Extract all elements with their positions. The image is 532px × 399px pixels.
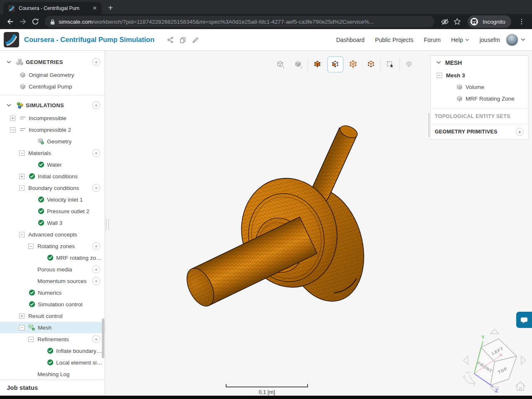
box-select-icon[interactable] (382, 57, 398, 72)
expander-plus-icon[interactable]: + (19, 313, 25, 319)
bookmark-star-icon[interactable] (451, 15, 463, 28)
tree-item-meshing-log[interactable]: Meshing Log (0, 368, 105, 379)
tree-item-materials[interactable]: −Materials+ (0, 147, 105, 159)
tree-item-incompressible-2[interactable]: −Incompressible 2 (0, 124, 105, 135)
isometric-view-icon[interactable] (273, 57, 288, 72)
scale-bar-line (226, 384, 308, 387)
tree-item-pressure-outlet-2[interactable]: Pressure outlet 2 (0, 205, 105, 217)
share-icon[interactable] (167, 36, 174, 43)
navigation-cube[interactable]: LEFT FRONT TOP Y Z (459, 325, 530, 396)
expander-minus-icon[interactable]: − (28, 337, 34, 342)
add-momentum-sources-button[interactable]: + (92, 277, 100, 285)
add-rotating-zones-button[interactable]: + (92, 242, 100, 250)
geometry-primitives-section[interactable]: GEOMETRY PRIMITIVES + (431, 124, 528, 139)
browser-menu-icon[interactable] (515, 15, 528, 28)
tree-item-original-geometry[interactable]: Original Geometry (0, 69, 105, 81)
copy-project-icon[interactable] (180, 36, 187, 43)
account-chevron-down-icon[interactable] (521, 38, 525, 41)
check-icon (47, 254, 54, 261)
reload-button[interactable] (29, 15, 42, 28)
simulation-tree-panel: GEOMETRIES+Original GeometryCentrifugal … (0, 51, 105, 396)
simscale-favicon (8, 5, 15, 12)
tree-item-incompressible[interactable]: +Incompressible (0, 112, 105, 124)
topological-entity-sets-section[interactable]: TOPOLOGICAL ENTITY SETS (431, 108, 528, 124)
tree-item-velocity-inlet-1[interactable]: Velocity inlet 1 (0, 194, 105, 205)
add-geometries-button[interactable]: + (92, 58, 100, 66)
tree-item-geometry[interactable]: Geometry (0, 135, 105, 147)
mesh-tree-item-mrf-rotating-zone[interactable]: MRF Rotating Zone (431, 93, 528, 104)
nav-jousefm[interactable]: jousefm (480, 37, 500, 43)
tree-item-water[interactable]: Water (0, 159, 105, 170)
tree-item-rotating-zones[interactable]: −Rotating zones+ (0, 240, 105, 252)
mesh-tree-item-mesh-3[interactable]: −Mesh 3 (431, 69, 528, 81)
nav-help[interactable]: Help (451, 37, 469, 43)
vertex-select-icon[interactable] (345, 57, 361, 72)
expander-plus-icon[interactable]: + (10, 116, 15, 121)
tree-item-result-control[interactable]: +Result control (0, 310, 105, 322)
panel-resize-grip[interactable] (429, 113, 429, 137)
new-tab-button[interactable]: + (108, 4, 113, 12)
tree-item-mesh[interactable]: −Mesh (0, 322, 105, 333)
tree-item-porous-media[interactable]: Porous media+ (0, 264, 105, 275)
mesh-tree-item-volume[interactable]: Volume (431, 81, 528, 93)
face-select-icon[interactable] (328, 57, 343, 72)
tree-item-wall-3[interactable]: Wall 3 (0, 217, 105, 229)
cube-check-icon (37, 138, 44, 145)
add-simulations-button[interactable]: + (92, 101, 100, 109)
viewport-3d[interactable]: MESH −Mesh 3VolumeMRF Rotating Zone TOPO… (105, 51, 532, 396)
mesh-tree: −Mesh 3VolumeMRF Rotating Zone (431, 69, 528, 104)
tree-item-inflate-boundary[interactable]: Inflate boundary… (0, 345, 105, 357)
tree-item-refinements[interactable]: −Refinements+ (0, 333, 105, 345)
job-status-bar[interactable]: Job status (0, 379, 105, 396)
tree-item-momentum-sources[interactable]: Momentum sources+ (0, 275, 105, 287)
tree-item-mrf-rotating-zo[interactable]: MRF rotating zo… (0, 252, 105, 264)
rotate-up-arrow (490, 329, 499, 334)
edge-select-icon[interactable] (363, 57, 379, 72)
expander-minus-icon[interactable]: − (437, 73, 442, 78)
tree-item-boundary-conditions[interactable]: −Boundary conditions+ (0, 182, 105, 194)
simulation-tree: GEOMETRIES+Original GeometryCentrifugal … (0, 51, 105, 379)
sidebar-resize-grip[interactable] (106, 219, 109, 230)
tree-item-simulation-control[interactable]: Simulation control (0, 298, 105, 310)
browser-tab[interactable]: Coursera - Centrifugal Pum ✕ (3, 2, 101, 14)
expander-minus-icon[interactable]: − (19, 325, 25, 330)
tree-item-initial-conditions[interactable]: +Initial conditions (0, 170, 105, 182)
support-chat-button[interactable] (516, 312, 532, 328)
tree-item-advanced-concepts[interactable]: −Advanced concepts (0, 229, 105, 240)
sidebar-scrollbar[interactable] (102, 318, 104, 358)
volume-select-icon[interactable] (310, 57, 325, 72)
address-bar[interactable]: simscale.com/workbench/?pid=118742282682… (45, 16, 434, 27)
expander-minus-icon[interactable]: − (19, 232, 25, 237)
tab-close-icon[interactable]: ✕ (91, 5, 98, 12)
mesh-panel-header[interactable]: MESH (431, 56, 528, 69)
nav-dashboard[interactable]: Dashboard (336, 37, 365, 43)
url-path: /workbench/?pid=1187422826825158345&mi=s… (93, 19, 374, 25)
expander-plus-icon[interactable]: + (19, 174, 25, 179)
add-refinements-button[interactable]: + (92, 335, 100, 343)
forward-button[interactable] (17, 15, 29, 28)
avatar[interactable] (506, 34, 518, 46)
tree-item-centrifugal-pump[interactable]: Centrifugal Pump (0, 81, 105, 92)
nav-public-projects[interactable]: Public Projects (375, 37, 414, 43)
chevron-down-icon (436, 61, 441, 64)
expander-minus-icon[interactable]: − (19, 185, 25, 191)
mesh-quality-icon[interactable] (401, 57, 417, 72)
nav-forum[interactable]: Forum (424, 37, 441, 43)
solid-render-icon[interactable] (291, 57, 306, 72)
sidebar-section-geometries[interactable]: GEOMETRIES+ (0, 55, 105, 69)
expander-minus-icon[interactable]: − (19, 150, 25, 156)
add-porous-media-button[interactable]: + (92, 266, 100, 273)
add-materials-button[interactable]: + (92, 149, 100, 157)
tree-item-local-element-si[interactable]: Local element si… (0, 357, 105, 368)
expander-minus-icon[interactable]: − (10, 127, 15, 133)
tab-title: Coursera - Centrifugal Pum (19, 5, 89, 11)
sidebar-section-simulations[interactable]: SIMULATIONS+ (0, 98, 105, 112)
browser-window: Coursera - Centrifugal Pum ✕ + simscale.… (0, 0, 532, 399)
add-boundary-conditions-button[interactable]: + (92, 184, 100, 192)
expander-minus-icon[interactable]: − (28, 244, 34, 249)
eye-off-icon[interactable] (438, 15, 451, 28)
back-button[interactable] (4, 15, 17, 28)
add-geometry-primitive-button[interactable]: + (516, 128, 524, 136)
tree-item-numerics[interactable]: Numerics (0, 287, 105, 298)
edit-pencil-icon[interactable] (192, 36, 199, 43)
